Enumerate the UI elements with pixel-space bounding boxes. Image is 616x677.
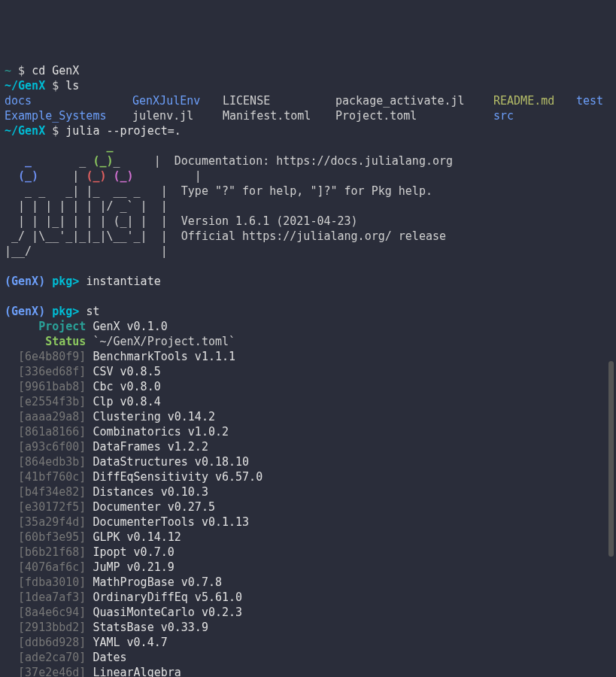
status-label: Status: [45, 335, 86, 348]
ls-file: julenv.jl: [132, 109, 193, 123]
package-id: [6e4b80f9]: [5, 350, 86, 363]
terminal-output: ~ $ cd GenX ~/GenX $ ls docsGenXJulEnvLI…: [5, 63, 611, 677]
package-name: JuMP v0.21.9: [86, 560, 174, 574]
prompt-tilde: ~: [5, 64, 11, 77]
package-row: [a93c6f00] DataFrames v1.2.2: [5, 439, 611, 454]
package-name: GLPK v0.14.12: [86, 530, 181, 544]
package-name: DataStructures v0.18.10: [86, 455, 249, 469]
package-id: [37e2e46d]: [5, 666, 86, 677]
package-id: [b6b21f68]: [5, 545, 86, 559]
package-id: [8a4e6c94]: [5, 606, 86, 619]
package-name: Cbc v0.8.0: [86, 380, 160, 393]
banner-line: _/ |\__'_|_|_|\__'_| | Official https://…: [5, 229, 446, 243]
package-id: [2913bbd2]: [5, 621, 86, 634]
package-row: [b6b21f68] Ipopt v0.7.0: [5, 545, 611, 560]
ls-file: README.md: [493, 94, 554, 108]
ls-dir: test: [576, 94, 603, 108]
package-id: [1dea7af3]: [5, 590, 86, 604]
package-row: [2913bbd2] StatsBase v0.33.9: [5, 620, 611, 635]
package-name: StatsBase v0.33.9: [86, 621, 208, 634]
pkg-env: (GenX): [5, 305, 45, 318]
package-id: [a93c6f00]: [5, 440, 86, 454]
package-id: [35a29f4d]: [5, 515, 86, 529]
package-row: [1dea7af3] OrdinaryDiffEq v5.61.0: [5, 590, 611, 605]
package-id: [e30172f5]: [5, 500, 86, 514]
package-row: [37e2e46d] LinearAlgebra: [5, 665, 611, 677]
ls-file: Project.toml: [335, 109, 417, 123]
package-id: [e2554f3b]: [5, 395, 86, 408]
pkg-prompt: pkg>: [52, 275, 79, 288]
pkg-cmd: instantiate: [86, 275, 160, 288]
julia-dot: (_): [86, 169, 106, 183]
banner-line: _ _ _| |_ __ _ | Type "?" for help, "]?"…: [5, 184, 432, 198]
package-row: [6e4b80f9] BenchmarkTools v1.1.1: [5, 349, 611, 364]
package-name: DataFrames v1.2.2: [86, 440, 208, 454]
banner-line: | | | | | | |/ _` | |: [5, 199, 168, 213]
pkg-prompt: pkg>: [52, 305, 79, 318]
ls-dir: GenXJulEnv: [132, 94, 200, 108]
package-row: [35a29f4d] DocumenterTools v0.1.13: [5, 515, 611, 530]
package-id: [ade2ca70]: [5, 651, 86, 664]
package-name: Distances v0.10.3: [86, 485, 208, 499]
ls-file: package_activate.jl: [335, 94, 465, 108]
package-name: OrdinaryDiffEq v5.61.0: [86, 590, 242, 604]
project-value: GenX v0.1.0: [93, 320, 167, 333]
package-row: [e2554f3b] Clp v0.8.4: [5, 394, 611, 409]
package-name: MathProgBase v0.7.8: [86, 575, 222, 589]
prompt-path: ~/GenX: [5, 124, 45, 138]
package-id: [41bf760c]: [5, 470, 86, 484]
ls-dir: Example_Systems: [5, 109, 106, 123]
package-row: [861a8166] Combinatorics v1.0.2: [5, 424, 611, 439]
cmd-cd: cd GenX: [32, 64, 79, 77]
package-id: [4076af6c]: [5, 560, 86, 574]
status-value: `~/GenX/Project.toml`: [93, 335, 235, 348]
package-row: [41bf760c] DiffEqSensitivity v6.57.0: [5, 469, 611, 484]
cmd-julia: julia --project=.: [65, 124, 181, 138]
pkg-env: (GenX): [5, 275, 45, 288]
julia-dot: (_): [114, 169, 134, 183]
julia-dot: _: [25, 154, 32, 168]
package-row: [864edb3b] DataStructures v0.18.10: [5, 454, 611, 469]
package-id: [60bf3e95]: [5, 530, 86, 544]
project-label: Project: [38, 320, 86, 333]
package-id: [fdba3010]: [5, 575, 86, 589]
package-id: [b4f34e82]: [5, 485, 86, 499]
package-name: Ipopt v0.7.0: [86, 545, 174, 559]
prompt-path: ~/GenX: [5, 79, 45, 93]
package-name: YAML v0.4.7: [86, 636, 167, 649]
ls-dir: src: [493, 109, 514, 123]
scrollbar[interactable]: [608, 361, 614, 557]
package-row: [8a4e6c94] QuasiMonteCarlo v0.2.3: [5, 605, 611, 620]
package-list: [6e4b80f9] BenchmarkTools v1.1.1 [336ed6…: [5, 349, 611, 677]
package-name: Clustering v0.14.2: [86, 410, 215, 424]
package-row: [4076af6c] JuMP v0.21.9: [5, 560, 611, 575]
ls-dir: docs: [5, 94, 32, 108]
julia-dot: _: [106, 139, 113, 153]
package-name: Combinatorics v1.0.2: [86, 425, 229, 439]
ls-file: LICENSE: [223, 94, 270, 108]
ls-file: Manifest.toml: [223, 109, 311, 123]
cmd-ls: ls: [65, 79, 79, 93]
package-row: [aaaa29a8] Clustering v0.14.2: [5, 409, 611, 424]
package-id: [861a8166]: [5, 425, 86, 439]
banner-doc: | Documentation: https://docs.julialang.…: [154, 154, 453, 168]
banner-line: | | |_| | | | (_| | | Version 1.6.1 (202…: [5, 214, 358, 228]
julia-dot: (_): [93, 154, 113, 168]
package-name: DocumenterTools v0.1.13: [86, 515, 249, 529]
package-name: QuasiMonteCarlo v0.2.3: [86, 606, 242, 619]
package-id: [aaaa29a8]: [5, 410, 86, 424]
prompt-dollar: $: [52, 124, 59, 138]
package-row: [fdba3010] MathProgBase v0.7.8: [5, 575, 611, 590]
package-row: [336ed68f] CSV v0.8.5: [5, 364, 611, 379]
banner-pipe: |: [161, 169, 202, 183]
package-name: LinearAlgebra: [86, 666, 181, 677]
package-name: CSV v0.8.5: [86, 365, 160, 378]
package-name: Clp v0.8.4: [86, 395, 160, 408]
package-id: [336ed68f]: [5, 365, 86, 378]
julia-dot: (_): [18, 169, 38, 183]
package-name: DiffEqSensitivity v6.57.0: [86, 470, 262, 484]
prompt-dollar: $: [52, 79, 59, 93]
package-row: [e30172f5] Documenter v0.27.5: [5, 499, 611, 515]
package-id: [9961bab8]: [5, 380, 86, 393]
package-row: [ddb6d928] YAML v0.4.7: [5, 635, 611, 650]
